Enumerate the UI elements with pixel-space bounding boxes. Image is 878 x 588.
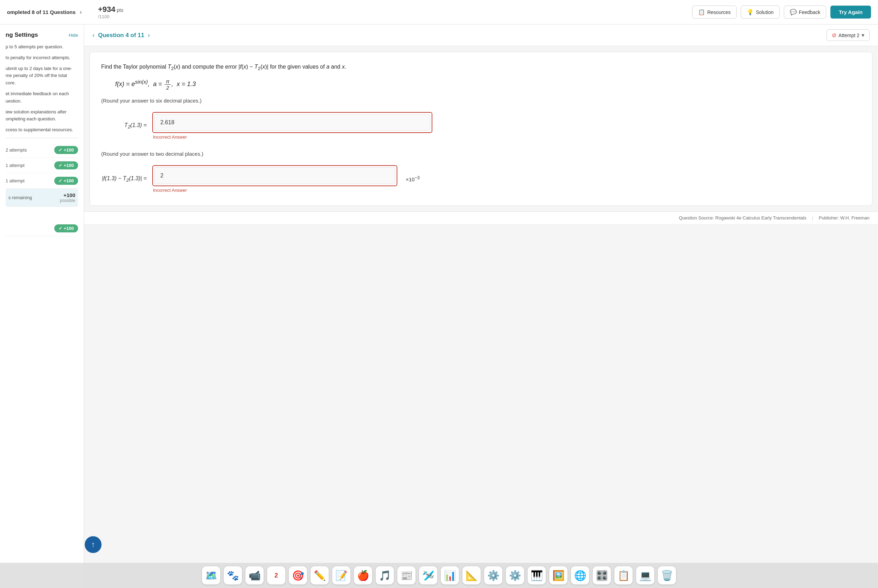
check-icon-3: ✓ [59,178,62,183]
source-label: Question Source: Rogawski 4e Calculus Ea… [679,215,806,220]
pts-display: +934 pts /1100 [98,5,123,19]
dock-laptop[interactable]: 💻 [636,566,654,585]
feedback-icon: 💬 [790,9,797,15]
score-small: possible [60,198,75,203]
dock-trash[interactable]: 🗑️ [658,566,676,585]
answer-suffix: ×10−3 [406,176,420,182]
score-value-2: +100 [64,163,74,168]
sidebar-rule-2: lo penalty for incorrect attempts. [6,54,78,62]
score-row-3: 1 attempt ✓ +100 [6,173,78,189]
question-nav: ‹ Question 4 of 11 › ⊘ Attempt 2 ▾ [84,24,878,46]
resources-label: Resources [707,9,731,15]
resources-button[interactable]: 📋 Resources [692,6,737,18]
answer-border-1 [152,112,432,133]
sidebar-rule-1: p to 5 attempts per question. [6,44,78,51]
sidebar-rule-3: ubmit up to 2 days late for a one-me pen… [6,65,78,87]
solution-icon: 💡 [747,9,754,15]
dock-testflight[interactable]: 🛩️ [419,566,437,585]
dock-maps[interactable]: 🗺️ [202,566,220,585]
answer-label-1: T2(1.3) = [101,122,147,129]
dock-settings[interactable]: ⚙️ [506,566,524,585]
question-body: Find the Taylor polynomial T2(x) and com… [90,52,872,206]
answer-input-1[interactable] [155,114,430,131]
cancel-icon: ⊘ [832,32,836,39]
score-label-active: s remaining [8,195,32,200]
round-note-2: (Round your answer to two decimal places… [101,151,861,157]
separator: | [812,215,813,220]
solution-button[interactable]: 💡 Solution [741,6,780,18]
feedback-button[interactable]: 💬 Feedback [784,6,826,18]
dock-appletv[interactable]: 🍎 [354,566,372,585]
dock-piano[interactable]: 🎹 [528,566,546,585]
check-icon-2: ✓ [59,163,62,168]
dock-chrome[interactable]: 🌐 [571,566,589,585]
publisher-label: Publisher: W.H. Freeman [819,215,870,220]
round-note-1: (Round your answer to six decimal places… [101,98,861,104]
dock-notes[interactable]: ✏️ [311,566,329,585]
layout: ng Settings Hide p to 5 attempts per que… [0,24,878,588]
sidebar-divider [6,138,78,138]
dock: 🗺️ 🐾 📹 2 🎯 ✏️ 📝 🍎 🎵 📰 🛩️ 📊 📐 ⚙️ ⚙️ 🎹 🖼️ … [0,563,878,588]
sidebar-rule-6: ccess to supplemental resources. [6,126,78,134]
dock-preview[interactable]: 🖼️ [549,566,567,585]
top-bar: ompleted 8 of 11 Questions ‹ +934 pts /1… [0,0,878,24]
dock-finder[interactable]: 📋 [614,566,633,585]
sidebar: ng Settings Hide p to 5 attempts per que… [0,24,84,588]
dock-reminders[interactable]: 🎯 [289,566,307,585]
sidebar-rule-4: et immediate feedback on each uestion. [6,90,78,105]
dock-keynote[interactable]: 📐 [462,566,481,585]
pts-value: +934 [98,5,116,14]
score-row-1: 2 attempts ✓ +100 [6,142,78,158]
top-bar-right: 📋 Resources 💡 Solution 💬 Feedback Try Ag… [692,6,871,18]
dock-calendar[interactable]: 2 [267,566,285,585]
prev-question-button[interactable]: ‹ [92,32,95,39]
score-row-active: s remaining +100 possible [6,189,78,207]
score-possible: +100 possible [60,192,75,203]
question-nav-left: ‹ Question 4 of 11 › [92,32,150,39]
answer-input-2[interactable] [155,167,395,184]
dock-facetime[interactable]: 📹 [245,566,264,585]
next-question-button[interactable]: › [148,32,150,39]
dock-midi[interactable]: 🎛️ [593,566,611,585]
dropdown-icon: ▾ [861,32,864,39]
dock-music[interactable]: 🎵 [376,566,394,585]
dock-sticky[interactable]: 📝 [332,566,350,585]
score-big: +100 [60,192,75,198]
score-badge-1: ✓ +100 [54,146,78,154]
answer-input-wrap-2: Incorrect Answer [152,165,397,193]
score-badge-3: ✓ +100 [54,177,78,185]
pts-unit: pts [117,8,123,13]
check-icon-1: ✓ [59,147,62,153]
bottom-bar: Question Source: Rogawski 4e Calculus Ea… [84,212,878,224]
collapse-button[interactable]: ‹ [80,8,82,16]
score-value-3: +100 [64,178,74,183]
score-badge-2: ✓ +100 [54,161,78,170]
sidebar-title: ng Settings [6,32,38,39]
completed-label: ompleted 8 of 11 Questions [7,9,76,15]
sidebar-header: ng Settings Hide [6,32,78,39]
scroll-up-button[interactable]: ↑ [85,536,102,553]
try-again-button[interactable]: Try Again [830,6,871,18]
dock-numbers[interactable]: 📊 [441,566,459,585]
answer-input-wrap-1: Incorrect Answer [152,112,439,140]
dock-photos[interactable]: 🐾 [224,566,242,585]
solution-label: Solution [756,9,774,15]
score-row-2: 1 attempt ✓ +100 [6,158,78,173]
formula-display: f(x) = esin(x), a = π 2 , x = 1.3 [115,78,861,91]
incorrect-label-2: Incorrect Answer [153,188,397,193]
attempt-badge[interactable]: ⊘ Attempt 2 ▾ [827,29,870,41]
score-badge-bottom: ✓ +100 [54,224,78,232]
answer-row-1: T2(1.3) = Incorrect Answer [101,112,861,140]
dock-appstore[interactable]: ⚙️ [484,566,502,585]
answer-border-2 [152,165,397,186]
question-intro: Find the Taylor polynomial T2(x) and com… [101,62,861,73]
answer-label-2: |f(1.3) − T2(1.3)| = [101,176,147,183]
score-value-1: +100 [64,147,74,153]
question-label: Question 4 of 11 [98,32,144,39]
score-label-3: 1 attempt [6,178,24,183]
dock-news[interactable]: 📰 [397,566,416,585]
top-bar-left: ompleted 8 of 11 Questions ‹ [7,8,98,16]
hide-link[interactable]: Hide [69,33,78,38]
check-icon-bottom: ✓ [59,226,62,231]
feedback-label: Feedback [799,9,820,15]
